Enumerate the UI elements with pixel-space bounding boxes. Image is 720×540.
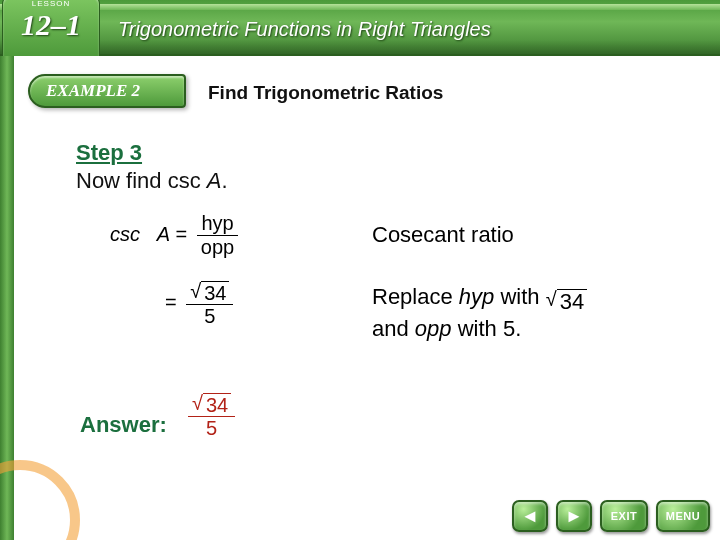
eq1-func: csc: [110, 223, 140, 245]
exp2-post1: and: [372, 316, 415, 341]
top-banner: LESSON 12–1 Trigonometric Functions in R…: [0, 0, 720, 56]
step-var: A: [207, 168, 222, 193]
eq1-num: hyp: [197, 212, 238, 235]
radical-symbol: √: [192, 393, 203, 413]
lesson-tag: LESSON: [3, 0, 99, 8]
arc-decoration: [0, 460, 80, 540]
exp2-post2: with 5.: [452, 316, 522, 341]
answer-num: √ 34: [188, 392, 235, 416]
nav-buttons: ◄ ► EXIT MENU: [512, 500, 710, 532]
banner-title: Trigonometric Functions in Right Triangl…: [118, 18, 491, 41]
eq2-eq: =: [165, 291, 182, 313]
answer-sqrt: √ 34: [192, 393, 231, 416]
step-post: .: [222, 168, 228, 193]
eq1-fraction: hyp opp: [197, 212, 238, 259]
exp2-hyp: hyp: [459, 284, 494, 309]
eq1-var: A: [157, 223, 170, 245]
eq2-root: 34: [201, 281, 229, 304]
banner-shadow: [0, 40, 720, 54]
next-button[interactable]: ►: [556, 500, 592, 532]
eq2-fraction: √ 34 5: [186, 280, 233, 328]
menu-button[interactable]: MENU: [656, 500, 710, 532]
step-label: Step 3: [76, 140, 142, 166]
equation-definition: csc A = hyp opp: [110, 212, 242, 259]
radical-symbol: √: [546, 289, 557, 309]
eq1-den: opp: [197, 236, 238, 259]
exp2-root: 34: [557, 289, 587, 314]
chevron-left-icon: ◄: [521, 506, 539, 527]
lesson-number: 12–1: [3, 8, 99, 42]
eq2-num: √ 34: [186, 280, 233, 304]
step-text: Now find csc A.: [76, 168, 228, 194]
radical-symbol: √: [190, 281, 201, 301]
equation-substituted: = √ 34 5: [165, 280, 237, 328]
exp2-sqrt: √34: [546, 289, 587, 314]
explanation-replace: Replace hyp with √34 and opp with 5.: [372, 282, 587, 344]
exp2-pre: Replace: [372, 284, 459, 309]
exp2-opp: opp: [415, 316, 452, 341]
banner-stripe: [0, 4, 720, 10]
eq2-den: 5: [186, 305, 233, 328]
answer-root: 34: [203, 393, 231, 416]
exp2-mid: with: [494, 284, 545, 309]
menu-label: MENU: [666, 510, 700, 522]
explanation-cosecant: Cosecant ratio: [372, 222, 514, 248]
example-subtitle: Find Trigonometric Ratios: [208, 82, 443, 104]
lesson-tab: LESSON 12–1: [2, 0, 100, 56]
example-badge: EXAMPLE 2: [28, 74, 186, 108]
answer-den: 5: [188, 417, 235, 440]
step-pre: Now find csc: [76, 168, 207, 193]
sqrt-icon: √ 34: [190, 281, 229, 304]
answer-label: Answer:: [80, 412, 167, 438]
answer-value: √ 34 5: [184, 392, 239, 440]
exit-button[interactable]: EXIT: [600, 500, 648, 532]
answer-fraction: √ 34 5: [188, 392, 235, 440]
prev-button[interactable]: ◄: [512, 500, 548, 532]
exit-label: EXIT: [611, 510, 637, 522]
chevron-right-icon: ►: [565, 506, 583, 527]
example-label: EXAMPLE 2: [46, 81, 140, 101]
eq1-eq: =: [176, 223, 193, 245]
